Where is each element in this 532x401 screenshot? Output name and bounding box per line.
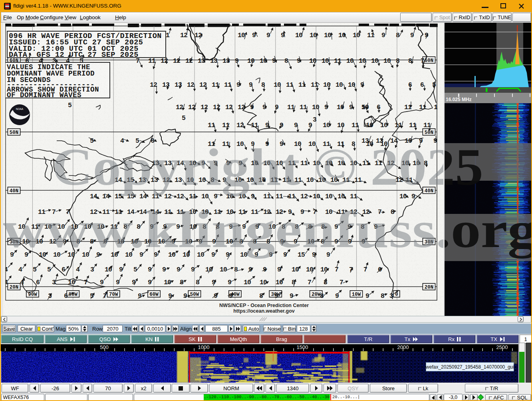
svg-text:www.klingenfuss.org: www.klingenfuss.org — [3, 201, 443, 259]
svg-text:1500: 1500 — [297, 344, 308, 350]
svg-text:500: 500 — [100, 344, 109, 350]
svg-text:1000: 1000 — [198, 344, 210, 350]
svg-text:16.025 MHz: 16.025 MHz — [446, 97, 472, 102]
svg-text:Copyright © 2025: Copyright © 2025 — [52, 138, 443, 196]
svg-text:www.klingenfuss.org: www.klingenfuss.org — [445, 201, 531, 259]
svg-text:2500: 2500 — [496, 344, 508, 350]
svg-text:Copyright © 2025: Copyright © 2025 — [445, 138, 483, 196]
